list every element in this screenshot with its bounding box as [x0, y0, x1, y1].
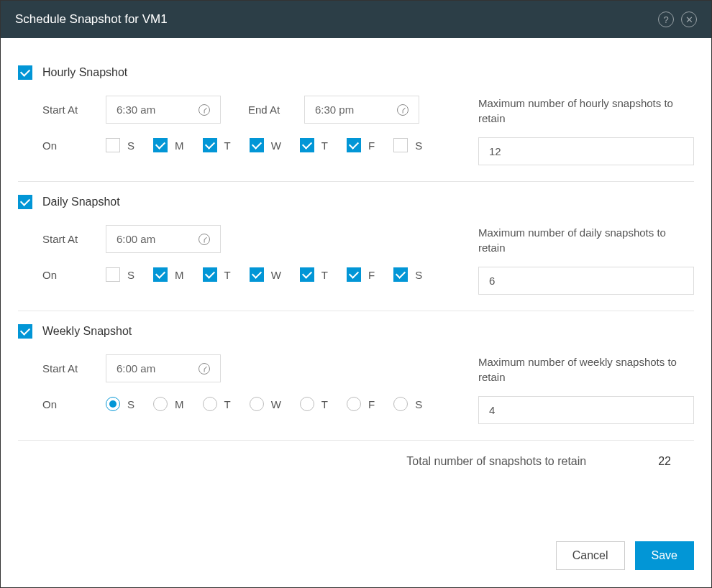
day-label: T [321, 139, 328, 152]
day-option[interactable]: M [153, 397, 184, 411]
day-label: M [175, 269, 184, 281]
day-option[interactable]: W [250, 138, 281, 152]
day-option[interactable]: M [153, 267, 184, 282]
hourly-start-time[interactable]: 6:30 am [106, 96, 221, 124]
hourly-days: SMTWTFS [106, 138, 435, 152]
on-label: On [42, 139, 93, 152]
on-label: On [42, 398, 93, 410]
day-checkbox[interactable] [106, 138, 120, 152]
day-checkbox[interactable] [393, 267, 408, 282]
day-label: W [271, 139, 281, 152]
dialog-content: Hourly Snapshot Start At 6:30 am End At … [1, 38, 711, 527]
daily-retain-input[interactable] [478, 267, 694, 295]
day-option[interactable]: S [106, 267, 134, 282]
day-option[interactable]: S [393, 138, 422, 152]
hourly-end-time[interactable]: 6:30 pm [304, 96, 419, 124]
close-icon[interactable]: ✕ [681, 12, 697, 27]
day-radio[interactable] [153, 397, 168, 411]
clock-icon [198, 234, 210, 245]
day-option[interactable]: S [106, 138, 134, 152]
day-checkbox[interactable] [300, 138, 314, 152]
start-at-label: Start At [42, 233, 93, 245]
day-checkbox[interactable] [106, 267, 120, 282]
clock-icon [198, 104, 210, 116]
day-radio[interactable] [347, 397, 361, 411]
day-checkbox[interactable] [250, 138, 264, 152]
day-label: S [127, 398, 134, 410]
day-radio[interactable] [106, 397, 120, 411]
day-radio[interactable] [203, 397, 217, 411]
day-label: S [127, 269, 134, 281]
day-option[interactable]: W [250, 397, 281, 411]
total-row: Total number of snapshots to retain 22 [18, 441, 694, 474]
day-label: T [224, 139, 231, 152]
weekly-enable-checkbox[interactable] [18, 324, 32, 339]
start-at-label: Start At [42, 104, 93, 116]
day-checkbox[interactable] [153, 138, 168, 152]
day-radio[interactable] [300, 397, 314, 411]
hourly-title: Hourly Snapshot [42, 66, 127, 79]
day-option[interactable]: T [300, 138, 328, 152]
day-checkbox[interactable] [300, 267, 314, 282]
day-label: S [415, 139, 422, 152]
day-label: T [224, 398, 231, 410]
total-value: 22 [658, 455, 671, 468]
on-label: On [42, 269, 93, 281]
daily-section: Daily Snapshot Start At 6:00 am On SMTWT… [18, 182, 694, 311]
daily-enable-checkbox[interactable] [18, 195, 32, 209]
day-checkbox[interactable] [393, 138, 408, 152]
day-checkbox[interactable] [347, 138, 361, 152]
day-checkbox[interactable] [203, 138, 217, 152]
hourly-retain-label: Maximum number of hourly snapshots to re… [478, 96, 694, 126]
daily-start-time[interactable]: 6:00 am [106, 225, 221, 253]
day-checkbox[interactable] [153, 267, 168, 282]
day-option[interactable]: T [300, 397, 328, 411]
day-option[interactable]: T [300, 267, 328, 282]
day-option[interactable]: F [347, 397, 375, 411]
day-option[interactable]: T [203, 138, 231, 152]
save-button[interactable]: Save [635, 541, 694, 570]
day-radio[interactable] [393, 397, 408, 411]
dialog-footer: Cancel Save [1, 527, 711, 587]
day-label: W [271, 398, 281, 410]
day-label: F [368, 269, 375, 281]
day-option[interactable]: M [153, 138, 184, 152]
day-option[interactable]: F [347, 267, 375, 282]
help-icon[interactable]: ? [658, 12, 674, 27]
daily-days: SMTWTFS [106, 267, 435, 282]
day-label: M [175, 398, 184, 410]
weekly-retain-label: Maximum number of weekly snapshots to re… [478, 354, 694, 385]
day-option[interactable]: T [203, 267, 231, 282]
hourly-enable-checkbox[interactable] [18, 65, 32, 80]
day-radio[interactable] [250, 397, 264, 411]
daily-start-time-value: 6:00 am [117, 233, 155, 245]
day-label: S [415, 269, 422, 281]
day-option[interactable]: S [106, 397, 134, 411]
day-checkbox[interactable] [203, 267, 217, 282]
day-option[interactable]: T [203, 397, 231, 411]
clock-icon [198, 363, 210, 375]
day-checkbox[interactable] [347, 267, 361, 282]
titlebar-actions: ? ✕ [658, 12, 697, 27]
day-option[interactable]: S [393, 267, 422, 282]
day-label: M [175, 139, 184, 152]
daily-retain-label: Maximum number of daily snapshots to ret… [478, 225, 694, 255]
weekly-section: Weekly Snapshot Start At 6:00 am On SMTW… [18, 311, 694, 441]
day-option[interactable]: S [393, 397, 422, 411]
day-option[interactable]: F [347, 138, 375, 152]
weekly-title: Weekly Snapshot [42, 325, 132, 338]
day-label: W [271, 269, 281, 281]
day-label: T [321, 269, 328, 281]
weekly-start-time[interactable]: 6:00 am [106, 354, 221, 382]
cancel-button[interactable]: Cancel [556, 541, 625, 570]
hourly-retain-input[interactable] [478, 137, 694, 165]
day-option[interactable]: W [250, 267, 281, 282]
titlebar: Schedule Snapshot for VM1 ? ✕ [1, 1, 711, 38]
start-at-label: Start At [42, 362, 93, 375]
weekly-retain-input[interactable] [478, 396, 694, 424]
hourly-end-time-value: 6:30 pm [315, 104, 354, 116]
dialog-title: Schedule Snapshot for VM1 [15, 12, 168, 27]
clock-icon [397, 104, 409, 116]
day-checkbox[interactable] [250, 267, 264, 282]
hourly-section: Hourly Snapshot Start At 6:30 am End At … [18, 52, 694, 182]
